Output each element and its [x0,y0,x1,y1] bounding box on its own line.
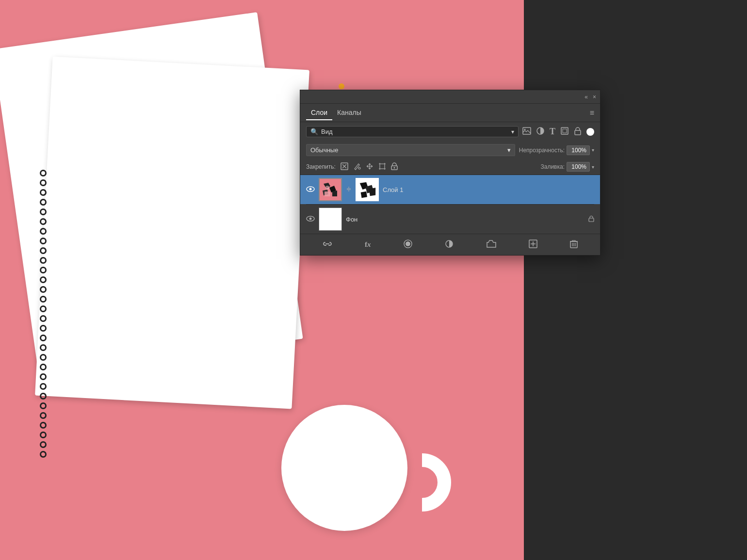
svg-point-9 [358,167,360,169]
svg-point-1 [524,128,525,130]
layers-panel: « × Слои Каналы ≡ 🔍 ▾ [300,90,601,256]
fill-control: Заливка: 100% ▾ [540,162,594,172]
filter-image-icon[interactable] [522,127,531,137]
layer-link-icon[interactable] [346,186,352,194]
orange-dot-decoration [339,83,344,89]
search-icon: 🔍 [310,128,318,135]
filter-dropdown-arrow[interactable]: ▾ [511,128,514,135]
close-button[interactable]: × [593,94,596,100]
svg-point-31 [406,241,410,246]
layers-list: Слой 1 Фон [300,175,600,234]
svg-point-20 [393,167,395,168]
fill-value[interactable]: 100% [567,162,590,172]
new-layer-button[interactable] [529,240,537,250]
delete-layer-button[interactable] [570,240,578,250]
tab-channels[interactable]: Каналы [332,106,366,120]
adjustment-layer-button[interactable] [445,240,454,250]
titlebar-icons: « × [585,94,596,100]
svg-rect-4 [563,129,567,133]
layer-name: Фон [346,216,585,223]
filter-input[interactable] [321,128,508,135]
blend-mode-arrow: ▾ [507,146,511,154]
layer-mask-thumbnail [356,178,379,201]
tab-layers[interactable]: Слои [306,106,332,120]
layer-visibility-toggle[interactable] [306,215,315,224]
filter-text-icon[interactable]: T [550,127,555,137]
panel-menu-icon[interactable]: ≡ [590,109,594,117]
svg-rect-10 [380,164,385,169]
svg-rect-3 [561,128,568,134]
layer-mask-button[interactable] [404,240,412,250]
svg-point-25 [325,186,329,190]
svg-rect-29 [589,218,594,222]
layer-row[interactable]: Слой 1 [300,175,600,204]
svg-rect-5 [575,130,581,135]
svg-point-22 [309,188,312,191]
filter-row: 🔍 ▾ T [300,122,600,141]
cup [281,405,407,531]
blend-mode-row: Обычные ▾ Непрозрачность: 100% ▾ [300,141,600,159]
layer-visibility-toggle[interactable] [306,185,315,194]
background-dark [524,0,747,560]
paper-front [35,57,309,409]
filter-lock-icon[interactable] [574,127,582,137]
opacity-value[interactable]: 100% [567,145,590,155]
lock-row: Закрепить: [300,159,600,175]
lock-icons-group [341,162,398,172]
panel-tabs: Слои Каналы ≡ [300,104,600,122]
layer-lock-icon [588,215,594,224]
blend-mode-value: Обычные [310,146,338,154]
lock-label: Закрепить: [306,163,336,170]
svg-rect-24 [325,192,330,196]
svg-point-28 [309,218,312,220]
layer-name: Слой 1 [383,186,594,193]
lock-move-icon[interactable] [366,162,374,172]
lock-transparent-icon[interactable] [341,162,348,172]
lock-all-icon[interactable] [391,162,398,172]
white-circle-indicator [586,128,594,136]
lock-paint-icon[interactable] [353,162,361,172]
layer-thumbnail [319,178,342,201]
layer-thumbnail [319,208,342,231]
layer-fx-button[interactable]: fx [365,240,371,249]
layer-row[interactable]: Фон [300,205,600,234]
lock-artboard-icon[interactable] [378,162,386,172]
fill-dropdown-arrow[interactable]: ▾ [592,164,594,170]
link-layers-button[interactable] [323,240,332,250]
opacity-label: Непрозрачность: [519,147,565,154]
filter-shape-icon[interactable] [560,127,569,137]
opacity-dropdown-arrow[interactable]: ▾ [592,147,594,153]
panel-titlebar: « × [300,90,600,104]
collapse-button[interactable]: « [585,94,588,100]
filter-adjustment-icon[interactable] [536,127,545,137]
fill-label: Заливка: [540,163,565,170]
panel-bottom-bar: fx [300,234,600,255]
group-layers-button[interactable] [487,240,496,250]
spiral-binding [40,170,49,393]
filter-search-box[interactable]: 🔍 ▾ [306,126,519,137]
filter-type-icons: T [522,127,594,137]
blend-mode-select[interactable]: Обычные ▾ [306,144,515,156]
opacity-control: Непрозрачность: 100% ▾ [519,145,594,155]
